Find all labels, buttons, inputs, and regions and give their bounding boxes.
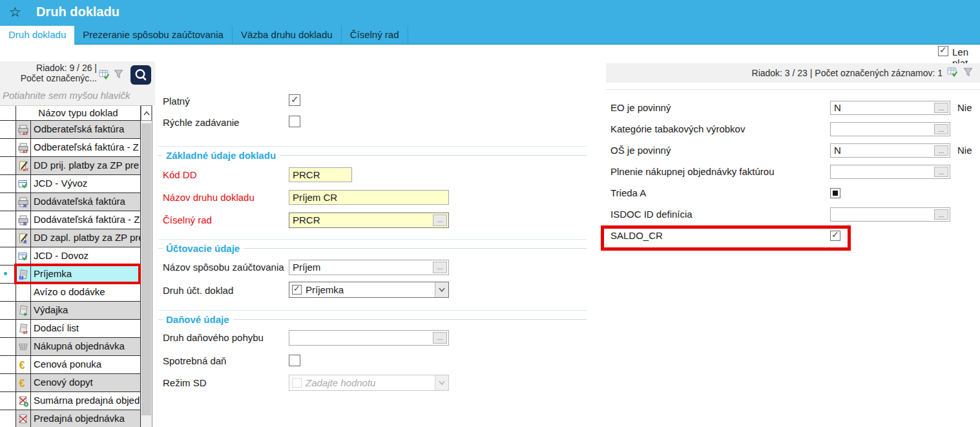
title-bar: ☆ Druh dokladu <box>0 0 980 26</box>
column-header-nazov-typu-dokladu[interactable]: Názov typu doklad <box>0 105 141 121</box>
doc-type-sumarna-predajna-objed[interactable]: Sumárna predajná objed <box>0 392 141 410</box>
plnenie-nakupnej-objednavky-fakturou-lookup-button[interactable]: ... <box>934 167 948 177</box>
doc-type-label: Výdajka <box>31 302 140 319</box>
spotrebna-dan-checkbox[interactable] <box>289 355 300 366</box>
scroll-up-button[interactable] <box>141 105 152 121</box>
doc-type-dd-prij-platby-za-zp-pre[interactable]: KTDD prij. platby za ZP pre <box>0 157 141 175</box>
doc-type-label: Dodávateľská faktúra - Z <box>31 211 140 229</box>
eo-je-povinny-lookup-button[interactable]: ... <box>934 103 948 113</box>
doc-type-cenovy-dopyt[interactable]: €Cenový dopyt <box>0 374 141 392</box>
row-selector[interactable] <box>0 374 16 391</box>
rezim-sd-combo: Zadajte hodnotu <box>289 375 449 391</box>
doc-type-prijemka[interactable]: RPríjemka <box>0 266 141 284</box>
tab-ciselny-rad[interactable]: Číselný rad <box>342 26 408 44</box>
row-selector[interactable] <box>0 139 16 156</box>
tab-prezeranie-sposobu-zauctovania[interactable]: Prezeranie spôsobu zaúčtovania <box>74 26 233 44</box>
saldo-cr-checkbox[interactable] <box>830 231 840 241</box>
doc-type-avizo-o-dodavke[interactable]: Avízo o dodávke <box>0 284 141 302</box>
druh-danoveho-pohybu-input[interactable]: ... <box>289 330 449 346</box>
trieda-a-checkbox[interactable] <box>830 188 840 198</box>
eo-je-povinny-input[interactable]: N... <box>830 101 950 115</box>
doc-type-dodavatelska-faktura-z[interactable]: RDodávateľská faktúra - Z <box>0 211 141 229</box>
nazov-druhu-dokladu-input[interactable]: Príjem CR <box>289 190 449 205</box>
doc-type-dodavatelska-faktura[interactable]: RDodávateľská faktúra <box>0 193 141 211</box>
grid-check-icon[interactable] <box>99 69 110 82</box>
os-je-povinny-lookup-button[interactable]: ... <box>934 145 948 156</box>
isdoc-id-definicia-lookup-button[interactable]: ... <box>934 209 948 220</box>
section-divider <box>158 310 587 311</box>
kategorie-tabakovych-vyrobkov-lookup-button[interactable]: ... <box>934 124 948 134</box>
tab-druh-dokladu[interactable]: Druh dokladu <box>0 26 74 45</box>
grid-check-icon[interactable] <box>947 67 958 79</box>
field-row-isdoc-id-definicia: ISDOC ID definícia... <box>610 207 975 222</box>
panel-divider <box>152 105 152 427</box>
doc-type-jcd-vyvoz[interactable]: JCD - Vývoz <box>0 175 141 193</box>
field-row-trieda-a: Trieda A <box>610 186 975 200</box>
rychle-zadavanie-checkbox[interactable] <box>289 116 300 127</box>
os-je-povinny-input[interactable]: N... <box>830 143 950 158</box>
section-divider <box>158 239 587 240</box>
row-selector[interactable] <box>0 356 16 373</box>
row-selector[interactable] <box>0 266 16 283</box>
doc-type-cenova-ponuka[interactable]: €Cenová ponuka <box>0 356 141 374</box>
field-value-text: Nie <box>957 101 972 115</box>
list-scrollbar-thumb[interactable] <box>141 123 151 415</box>
order-sum-icon <box>16 392 31 410</box>
doc-type-nakupna-objednavka[interactable]: Nákupná objednávka <box>0 338 141 356</box>
field-label: ISDOC ID definícia <box>610 207 693 222</box>
row-selector-header <box>0 106 16 120</box>
nazov-sposobu-lookup-button[interactable]: ... <box>433 262 447 273</box>
row-selector[interactable] <box>0 320 16 337</box>
row-selector[interactable] <box>0 392 16 410</box>
doc-type-dd-zapl-platby-za-zp-pre[interactable]: RDD zapl. platby za ZP pre <box>0 229 141 247</box>
kod-dd-label: Kód DD <box>163 169 197 180</box>
platny-checkbox[interactable] <box>289 94 300 106</box>
search-icon[interactable] <box>130 65 151 85</box>
ciselny-rad-value: PRCR <box>293 214 320 225</box>
doc-type-odberatelska-faktura[interactable]: KTOdberateľská faktúra <box>0 121 141 139</box>
row-selector[interactable] <box>0 211 16 229</box>
druh-uct-doklad-checkbox[interactable] <box>292 285 302 295</box>
invoice-out-icon: KT <box>16 121 31 138</box>
doc-type-predajna-objednavka[interactable]: Predajná objednávka <box>0 410 141 427</box>
row-selector[interactable] <box>0 193 16 211</box>
row-selector[interactable] <box>0 175 16 193</box>
row-selector[interactable] <box>0 157 16 174</box>
document-type-list: KTOdberateľská faktúraKTOdberateľská fak… <box>0 121 141 427</box>
nazov-sposobu-zauctovania-input[interactable]: Príjem ... <box>289 260 449 275</box>
druh-danoveho-pohybu-lookup-button[interactable]: ... <box>433 332 447 344</box>
right-panel-fields: EO je povinnýN...NieKategórie tabakových… <box>610 101 975 269</box>
row-selector[interactable] <box>0 338 16 355</box>
platny-label: Platný <box>163 96 190 107</box>
field-label: SALDO_CR <box>610 229 663 243</box>
isdoc-id-definicia-input[interactable]: ... <box>830 207 950 222</box>
doc-type-vydajka[interactable]: Výdajka <box>0 302 141 320</box>
svg-text:€: € <box>19 377 25 388</box>
doc-type-label: Odberateľská faktúra <box>31 121 140 138</box>
filter-icon[interactable] <box>113 68 124 81</box>
row-selector[interactable] <box>0 302 16 319</box>
druh-uct-doklad-combo[interactable]: Príjemka <box>289 282 449 298</box>
kod-dd-input[interactable]: PRCR <box>289 167 352 182</box>
doc-type-odberatelska-faktura-z[interactable]: KTOdberateľská faktúra - Z <box>0 139 141 157</box>
filter-icon[interactable] <box>963 67 974 79</box>
row-selector[interactable] <box>0 121 16 138</box>
no-icon <box>16 284 31 301</box>
row-selector[interactable] <box>0 247 16 265</box>
doc-type-dodaci-list[interactable]: STDodací list <box>0 320 141 338</box>
favorite-star-icon[interactable]: ☆ <box>9 5 21 20</box>
chevron-down-icon[interactable] <box>435 282 448 297</box>
row-selector[interactable] <box>0 410 16 427</box>
nazov-druhu-dokladu-label: Názov druhu dokladu <box>163 192 255 203</box>
ciselny-rad-input[interactable]: PRCR ... <box>289 213 449 228</box>
kategorie-tabakovych-vyrobkov-input[interactable]: ... <box>830 122 950 136</box>
doc-type-jcd-dovoz[interactable]: JCD - Dovoz <box>0 247 141 266</box>
ciselny-rad-label: Číselný rad <box>163 214 212 225</box>
tab-vazba-druhu-dokladu[interactable]: Väzba druhu dokladu <box>233 26 342 44</box>
row-selector[interactable] <box>0 229 16 247</box>
ciselny-rad-lookup-button[interactable]: ... <box>433 214 447 226</box>
len-plat-checkbox[interactable] <box>938 46 948 56</box>
plnenie-nakupnej-objednavky-fakturou-input[interactable]: ... <box>830 165 950 179</box>
rezim-sd-checkbox <box>292 378 302 388</box>
row-selector[interactable] <box>0 284 16 301</box>
